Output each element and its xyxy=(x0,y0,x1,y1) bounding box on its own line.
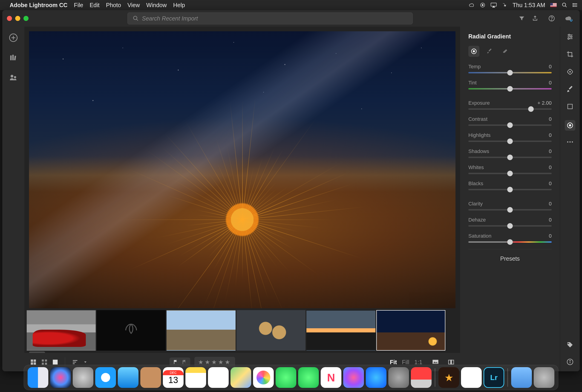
compare-icon[interactable] xyxy=(448,359,454,366)
slider-knob[interactable] xyxy=(507,207,513,212)
sort-dropdown-icon[interactable] xyxy=(83,360,88,364)
slider-track[interactable] xyxy=(468,209,552,210)
dock-launchpad[interactable] xyxy=(73,367,94,388)
dock-finder[interactable] xyxy=(28,367,48,388)
dock-appstore[interactable] xyxy=(366,367,386,388)
window-zoom-button[interactable] xyxy=(24,16,28,21)
slider-knob[interactable] xyxy=(507,154,513,160)
slider-track[interactable] xyxy=(468,157,552,158)
slider-knob[interactable] xyxy=(507,138,513,144)
notification-center-icon[interactable] xyxy=(572,2,578,8)
share-icon[interactable] xyxy=(532,15,538,22)
zoom-one-to-one[interactable]: 1:1 xyxy=(414,359,422,366)
help-icon[interactable] xyxy=(548,15,555,22)
add-photos-button[interactable] xyxy=(9,33,18,42)
edit-sliders-icon[interactable] xyxy=(566,33,574,40)
sharing-icon[interactable] xyxy=(9,73,18,81)
slider-track[interactable] xyxy=(468,108,552,110)
keywords-icon[interactable] xyxy=(566,342,574,348)
dock-magnet[interactable] xyxy=(411,367,432,388)
my-photos-icon[interactable] xyxy=(9,53,18,62)
flag-reject-icon[interactable] xyxy=(182,359,187,365)
menu-help[interactable]: Help xyxy=(173,2,185,8)
thumbnail[interactable] xyxy=(96,310,166,350)
flag-pick-icon[interactable] xyxy=(173,359,178,365)
thumbnail[interactable] xyxy=(166,310,236,350)
dock-trash[interactable] xyxy=(534,367,554,388)
thumbnail-selected[interactable] xyxy=(376,310,445,350)
dock-downloads[interactable] xyxy=(511,367,532,388)
menu-window[interactable]: Window xyxy=(146,2,167,8)
slider-track[interactable] xyxy=(468,140,552,142)
dock-calendar[interactable]: DEC13 xyxy=(163,367,184,388)
dock-messages[interactable] xyxy=(276,367,296,388)
dock-maps[interactable] xyxy=(230,367,251,388)
dock-safari[interactable] xyxy=(95,367,116,388)
dock-facetime[interactable] xyxy=(298,367,319,388)
slider-track[interactable] xyxy=(468,189,552,190)
window-close-button[interactable] xyxy=(7,16,12,21)
dock-reminders[interactable] xyxy=(208,367,229,388)
slider-track[interactable] xyxy=(468,124,552,126)
slider-knob[interactable] xyxy=(507,187,513,192)
grid-view-icon[interactable] xyxy=(30,359,37,366)
dock-system-prefs[interactable] xyxy=(388,367,409,388)
dock-lightroom[interactable]: Lr xyxy=(484,367,504,388)
slider-knob[interactable] xyxy=(507,223,513,229)
menu-photo[interactable]: Photo xyxy=(106,2,121,8)
filter-icon[interactable] xyxy=(518,15,525,22)
slider-track[interactable] xyxy=(468,72,552,74)
status-app-icon[interactable] xyxy=(502,2,508,8)
eraser-mode-button[interactable] xyxy=(500,46,511,57)
more-tools-icon[interactable] xyxy=(566,141,574,143)
creative-cloud-icon[interactable] xyxy=(469,2,475,8)
slider-knob[interactable] xyxy=(528,106,534,112)
app-name[interactable]: Adobe Lightroom CC xyxy=(10,2,68,8)
radial-new-button[interactable] xyxy=(468,46,480,57)
linear-gradient-icon[interactable] xyxy=(566,103,574,110)
slider-track[interactable] xyxy=(468,241,552,243)
dock-siri[interactable] xyxy=(50,367,71,388)
cloud-sync-icon[interactable] xyxy=(565,15,573,22)
presets-header[interactable]: Presets xyxy=(468,249,552,268)
slider-knob[interactable] xyxy=(507,122,513,128)
input-source-flag[interactable] xyxy=(550,3,557,7)
brush-mode-button[interactable] xyxy=(484,46,495,57)
zoom-fit[interactable]: Fit xyxy=(390,359,397,366)
slider-knob[interactable] xyxy=(507,70,513,76)
square-grid-icon[interactable] xyxy=(41,359,48,366)
slider-knob[interactable] xyxy=(507,86,513,92)
detail-view-icon[interactable] xyxy=(52,359,58,365)
crop-icon[interactable] xyxy=(566,50,574,58)
sort-icon[interactable] xyxy=(72,359,79,365)
slider-track[interactable] xyxy=(468,173,552,174)
airplay-icon[interactable] xyxy=(490,2,497,8)
slider-knob[interactable] xyxy=(507,171,513,176)
zoom-fill[interactable]: Fill xyxy=(402,359,409,366)
dock-contacts[interactable] xyxy=(140,367,161,388)
menubar-clock[interactable]: Thu 1:53 AM xyxy=(512,2,545,8)
brush-tool-icon[interactable] xyxy=(566,86,574,93)
spotlight-icon[interactable] xyxy=(562,2,567,8)
radial-gradient-icon[interactable] xyxy=(565,120,575,131)
dock-imovie[interactable]: ★ xyxy=(438,367,459,388)
thumbnail[interactable] xyxy=(306,310,376,350)
menu-file[interactable]: File xyxy=(74,2,83,8)
window-minimize-button[interactable] xyxy=(15,16,20,21)
slider-track[interactable] xyxy=(468,88,552,90)
menu-view[interactable]: View xyxy=(128,2,140,8)
slider-track[interactable] xyxy=(468,225,552,226)
dock-mail[interactable] xyxy=(118,367,138,388)
dock-1password[interactable] xyxy=(461,367,482,388)
search-input[interactable]: Search Recent Import xyxy=(128,12,413,24)
dock-news[interactable]: N xyxy=(321,367,342,388)
dock-photos[interactable] xyxy=(253,367,274,388)
dock-notes[interactable] xyxy=(186,367,206,388)
show-original-icon[interactable] xyxy=(432,359,439,365)
photo-canvas[interactable] xyxy=(24,27,460,308)
status-circle-icon[interactable] xyxy=(480,2,486,8)
thumbnail[interactable] xyxy=(236,310,306,350)
thumbnail[interactable] xyxy=(27,310,96,350)
dock-itunes[interactable] xyxy=(343,367,364,388)
healing-icon[interactable] xyxy=(566,68,574,76)
